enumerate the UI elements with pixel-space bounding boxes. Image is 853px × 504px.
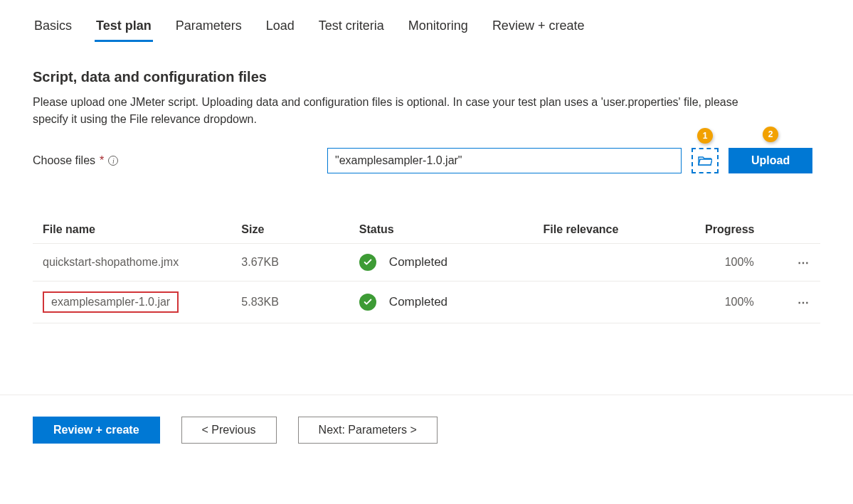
cell-progress: 100%	[695, 282, 783, 323]
cell-size: 3.67KB	[231, 244, 349, 282]
table-row: quickstart-shopathome.jmx 3.67KB Complet…	[33, 244, 820, 282]
upload-button-label: Upload	[751, 154, 790, 166]
upload-button[interactable]: 2 Upload	[729, 148, 812, 173]
th-status[interactable]: Status	[349, 216, 534, 244]
tab-load[interactable]: Load	[265, 14, 296, 41]
wizard-footer: Review + create < Previous Next: Paramet…	[0, 395, 853, 465]
row-more-button[interactable]: ⋯	[783, 244, 820, 282]
check-icon	[359, 254, 376, 271]
cell-file-name: examplesampler-1.0.jar	[33, 282, 231, 323]
status-text: Completed	[389, 255, 447, 269]
file-name-input[interactable]	[327, 148, 682, 173]
cell-status: Completed	[359, 294, 524, 311]
row-more-button[interactable]: ⋯	[783, 282, 820, 323]
th-size[interactable]: Size	[231, 216, 349, 244]
folder-open-icon	[698, 155, 712, 166]
browse-button[interactable]: 1	[692, 148, 719, 173]
status-text: Completed	[389, 295, 447, 309]
section-description: Please upload one JMeter script. Uploadi…	[33, 94, 773, 128]
th-progress[interactable]: Progress	[695, 216, 783, 244]
tab-test-criteria[interactable]: Test criteria	[317, 14, 386, 41]
choose-files-text: Choose files	[33, 154, 95, 167]
files-table: File name Size Status File relevance Pro…	[33, 216, 820, 323]
tab-monitoring[interactable]: Monitoring	[407, 14, 470, 41]
cell-relevance	[534, 244, 696, 282]
file-upload-row: Choose files * i 1 2 Upload	[33, 148, 820, 173]
cell-relevance	[534, 282, 696, 323]
previous-button[interactable]: < Previous	[181, 417, 277, 444]
cell-file-name: quickstart-shopathome.jmx	[33, 244, 231, 282]
th-file-name[interactable]: File name	[33, 216, 231, 244]
required-asterisk: *	[100, 154, 104, 167]
section-title: Script, data and configuration files	[33, 69, 820, 85]
tab-parameters[interactable]: Parameters	[174, 14, 243, 41]
check-icon	[359, 294, 376, 311]
cell-progress: 100%	[695, 244, 783, 282]
tab-test-plan[interactable]: Test plan	[95, 14, 153, 41]
choose-files-label: Choose files * i	[33, 154, 317, 167]
th-file-relevance[interactable]: File relevance	[534, 216, 696, 244]
tab-basics[interactable]: Basics	[33, 14, 73, 41]
wizard-tabs: Basics Test plan Parameters Load Test cr…	[33, 14, 820, 41]
cell-size: 5.83KB	[231, 282, 349, 323]
cell-status: Completed	[359, 254, 524, 271]
table-row: examplesampler-1.0.jar 5.83KB Completed …	[33, 282, 820, 323]
info-icon[interactable]: i	[108, 156, 118, 166]
highlighted-file-name: examplesampler-1.0.jar	[43, 291, 179, 313]
next-button[interactable]: Next: Parameters >	[298, 417, 438, 444]
tab-review-create[interactable]: Review + create	[491, 14, 586, 41]
callout-badge-1: 1	[697, 128, 713, 144]
review-create-button[interactable]: Review + create	[33, 417, 160, 444]
callout-badge-2: 2	[763, 127, 778, 142]
